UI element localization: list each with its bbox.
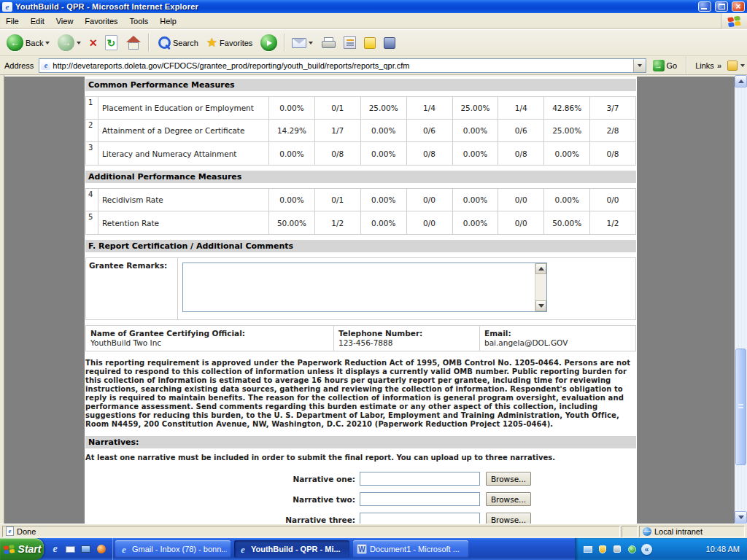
measure-value: 2/8 [590,120,635,141]
task-label: Document1 - Microsoft ... [370,545,460,553]
go-button[interactable]: → Go [649,59,681,72]
menu-view[interactable]: View [50,13,80,29]
forward-dropdown-icon[interactable] [77,42,81,44]
minimize-button[interactable] [698,1,711,12]
start-button[interactable]: Start [0,538,44,560]
maximize-button[interactable] [715,1,728,12]
narrative-three-browse-button[interactable]: Browse... [486,513,531,524]
quicklaunch-show-desktop-icon[interactable] [80,544,91,555]
narrative-two-input[interactable] [360,492,480,506]
task-button-gmail[interactable]: e Gmail - Inbox (78) - bonn... [115,540,231,558]
search-button[interactable]: Search [152,31,202,55]
textarea-scrollbar[interactable] [535,263,546,311]
row-number: 2 [86,120,98,141]
menu-edit[interactable]: Edit [25,13,50,29]
refresh-button[interactable]: ↻ [101,31,121,55]
edit-button[interactable] [340,31,360,55]
address-url-text: http://devetareports.doleta.gov/CFDOCS/g… [53,61,630,70]
status-pane: e Done [2,526,620,537]
back-dropdown-icon[interactable] [45,42,50,44]
status-bar: e Done Local intranet [0,524,747,538]
menu-tools[interactable]: Tools [124,13,155,29]
narrative-one-browse-button[interactable]: Browse... [486,472,531,486]
official-name-cell: Name of Grantee Certifying Official: You… [86,326,334,351]
narrative-three-input[interactable] [360,513,480,524]
vertical-scrollbar[interactable] [735,75,747,524]
measure-value: 1/7 [315,120,361,141]
measure-value: 25.00% [361,97,407,119]
quicklaunch-ie-icon[interactable]: e [50,544,61,555]
mail-button[interactable] [288,31,317,55]
official-phone-cell: Telephone Number: 123-456-7888 [334,326,480,351]
measure-value: 0/8 [315,142,361,165]
grantee-remarks-textarea[interactable] [182,262,547,312]
scroll-down-button[interactable] [735,511,747,524]
start-label: Start [18,543,42,555]
measure-value: 0.00% [361,211,407,234]
official-email-value: bai.angela@DOL.GOV [484,338,631,348]
favorites-button[interactable]: ★ Favorites [203,31,257,55]
links-favicon[interactable] [727,61,738,71]
grantee-remarks-label: Grantee Remarks: [86,258,178,319]
official-name-label: Name of Grantee Certifying Official: [90,329,329,338]
task-button-word[interactable]: W Document1 - Microsoft ... [353,540,468,558]
tray-security-icon[interactable] [597,544,608,554]
textarea-scroll-up-button[interactable] [535,263,546,274]
section-header-common-measures: Common Performance Measures [85,79,636,91]
tray-expand-chevron[interactable]: « [641,544,652,555]
narrative-row: Narrative three: Browse... [85,513,636,524]
scroll-up-button[interactable] [735,75,747,88]
scrollbar-track[interactable] [735,88,747,511]
home-button[interactable] [122,31,145,55]
measure-value: 0.00% [269,189,315,211]
quicklaunch-media-player-icon[interactable] [96,544,107,555]
quicklaunch-mail-icon[interactable] [65,544,76,555]
scrollbar-thumb[interactable] [735,349,746,465]
textarea-scroll-down-button[interactable] [535,300,546,311]
forward-button[interactable]: → [54,31,85,55]
media-button[interactable] [257,31,281,55]
measure-value: 1/2 [590,211,635,234]
measure-value: 0.00% [453,142,499,165]
arrow-up-icon [538,267,544,271]
menu-file[interactable]: File [0,13,25,29]
tray-network-icon[interactable] [583,544,593,554]
address-input[interactable]: e http://devetareports.doleta.gov/CFDOCS… [39,58,646,73]
measure-value: 0/6 [498,120,544,141]
edit-icon [344,36,356,49]
measure-value: 0/0 [407,189,453,211]
measure-value: 0/0 [498,211,544,234]
links-toolbar[interactable]: Links » [692,61,724,70]
taskbar-clock[interactable]: 10:48 AM [706,545,740,553]
official-email-cell: Email: bai.angela@DOL.GOV [480,326,635,351]
discuss-button[interactable] [360,31,379,55]
browser-window: e YouthBuild - QPR - Microsoft Internet … [0,0,747,560]
refresh-icon: ↻ [105,35,117,50]
tray-volume-icon[interactable] [612,544,622,554]
narratives-note: At least one narrative must be included … [85,454,636,462]
stop-button[interactable]: × [85,31,101,55]
search-label: Search [173,39,198,47]
narrative-one-input[interactable] [360,472,480,486]
go-arrow-icon: → [653,60,665,71]
standard-toolbar: ← Back → × ↻ Search ★ Favorites [0,30,747,56]
menu-help[interactable]: Help [154,13,182,29]
print-button[interactable] [317,31,339,55]
research-icon [384,37,395,49]
narrative-row: Narrative two: Browse... [85,492,636,506]
back-button[interactable]: ← Back [3,31,53,55]
links-label: Links [695,61,714,70]
windows-flag-icon [727,15,740,27]
task-button-youthbuild[interactable]: e YouthBuild - QPR - Mi... [234,540,349,558]
tray-messenger-icon[interactable] [627,544,637,554]
narrative-two-browse-button[interactable]: Browse... [486,492,531,506]
research-button[interactable] [380,31,399,55]
menu-favorites[interactable]: Favorites [79,13,123,29]
system-tray: « 10:48 AM [575,538,747,560]
measure-value: 0.00% [544,189,590,211]
links-dropdown-icon[interactable] [740,64,745,67]
mail-dropdown-icon[interactable] [309,42,313,44]
close-button[interactable]: × [732,1,745,12]
common-measures-table: 1 Placement in Education or Employment 0… [85,96,636,166]
address-dropdown-button[interactable] [633,59,646,72]
